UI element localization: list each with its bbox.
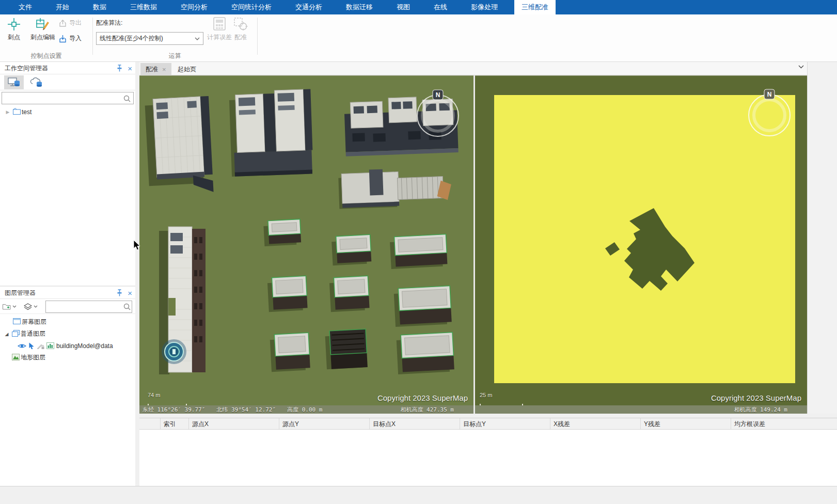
window-bottom-strip [0, 486, 837, 504]
workspace-tree-item-test[interactable]: ▶ test [0, 106, 135, 118]
layer-item-label: buildingModel@data [56, 342, 113, 350]
column-header-source-x[interactable]: 源点X [189, 418, 279, 429]
workspace-icon [11, 108, 22, 116]
layer-item-screen[interactable]: 屏幕图层 [0, 316, 135, 328]
cloud-database-icon [30, 77, 43, 87]
chevron-down-icon [12, 305, 17, 308]
compass-north-label: N [767, 91, 772, 98]
column-header-source-y[interactable]: 源点Y [279, 418, 370, 429]
menu-tab-data[interactable]: 数据 [86, 0, 114, 14]
scene-view-source[interactable]: N 74 m Copyright 2023 SuperMap 东经 116°26… [139, 75, 473, 414]
statistics-chart-icon[interactable] [46, 342, 54, 349]
local-workspace-tab[interactable] [4, 75, 24, 89]
workspace-tree-item-label: test [22, 108, 31, 116]
menu-tab-3d-data[interactable]: 三维数据 [123, 0, 164, 14]
control-point-marker [162, 339, 186, 364]
column-header-target-y[interactable]: 目标点Y [460, 418, 550, 429]
longitude-readout: 东经 116°26′ 39.77″ [143, 406, 205, 414]
menu-tab-spatial-analysis[interactable]: 空间分析 [173, 0, 215, 14]
menu-tab-file[interactable]: 文件 [11, 0, 39, 14]
table-corner-cell [139, 418, 161, 429]
sidebar-splitter[interactable] [135, 62, 139, 486]
tab-list-chevron-icon[interactable] [798, 65, 804, 69]
scene-status-bar: 相机高度 149.24 m [475, 405, 807, 414]
workspace-search-row [0, 90, 135, 106]
camera-height-readout: 相机高度 149.24 m [734, 406, 787, 414]
menu-tab-3d-registration[interactable]: 三维配准 [514, 0, 556, 14]
menu-tab-view[interactable]: 视图 [389, 0, 417, 14]
tab-label: 起始页 [178, 65, 196, 74]
add-layer-button[interactable] [24, 301, 38, 312]
scene-buildings-canvas: N [139, 76, 473, 406]
column-header-index[interactable]: 索引 [161, 418, 189, 429]
column-header-x-residual[interactable]: X残差 [550, 418, 641, 429]
menu-tab-data-migration[interactable]: 数据迁移 [339, 0, 380, 14]
workspace-search-input[interactable] [2, 92, 134, 104]
desktop-database-icon [8, 77, 20, 87]
layer-item-label: 屏幕图层 [22, 318, 46, 326]
layer-item-normal-group[interactable]: ◢ 普通图层 [0, 328, 135, 340]
search-icon [123, 303, 131, 310]
add-layer-group-button[interactable] [3, 301, 17, 312]
tab-registration[interactable]: 配准 × [140, 63, 171, 75]
workspace-panel-header: 工作空间管理器 × [0, 62, 135, 74]
table-header-row: 索引 源点X 源点Y 目标点X 目标点Y X残差 Y残差 均方根误差 [139, 418, 837, 430]
import-button[interactable]: 导入 [59, 34, 82, 43]
selectable-cursor-icon[interactable] [28, 342, 35, 350]
pin-point-crosshair-icon [7, 18, 21, 31]
map-document-area: 配准 × 起始页 [139, 62, 837, 414]
algorithm-label: 配准算法: [96, 19, 122, 27]
menu-tab-home[interactable]: 开始 [49, 0, 76, 14]
terrain-layer-icon [10, 354, 21, 362]
sidebar: 工作空间管理器 × [0, 62, 135, 486]
layer-item-label: 普通图层 [21, 329, 45, 338]
menu-bar: 文件 开始 数据 三维数据 空间分析 空间统计分析 交通分析 数据迁移 视图 在… [0, 0, 837, 14]
close-icon[interactable]: × [128, 289, 132, 297]
group-label-control-points: 控制点设置 [0, 52, 92, 60]
algorithm-value: 线性配准(至少4个控制) [100, 34, 163, 43]
new-folder-icon [3, 303, 11, 310]
pin-icon[interactable] [117, 65, 122, 72]
screen-layer-icon [11, 318, 22, 326]
column-header-rms-error[interactable]: 均方根误差 [731, 418, 837, 429]
algorithm-select[interactable]: 线性配准(至少4个控制) [96, 32, 203, 45]
compass-north-label: N [436, 91, 440, 99]
visibility-eye-icon[interactable] [18, 343, 26, 349]
layer-item-terrain[interactable]: 地形图层 [0, 352, 135, 364]
scale-label: 74 m [148, 392, 160, 398]
online-workspace-tab[interactable] [27, 75, 46, 89]
column-header-y-residual[interactable]: Y残差 [641, 418, 731, 429]
document-area-margin [807, 62, 837, 414]
menu-tab-traffic-analysis[interactable]: 交通分析 [288, 0, 329, 14]
layer-search-input[interactable] [45, 301, 132, 313]
layer-item-building-model[interactable]: buildingModel@data [0, 340, 135, 352]
table-body-empty[interactable] [139, 430, 837, 486]
ribbon-toolbar: 刺点 刺点编辑 导出 导入 配准算法: 线性配准(至少4个控制) [0, 14, 837, 62]
pin-icon[interactable] [117, 289, 122, 296]
pin-point-edit-button[interactable]: 刺点编辑 [27, 18, 59, 42]
scene-view-target[interactable]: N 25 m Copyright 2023 SuperMap 相机高度 149.… [475, 75, 807, 414]
latitude-readout: 北纬 39°54′ 12.72″ [216, 406, 276, 414]
ribbon-group-separator [257, 18, 258, 55]
workspace-panel-title: 工作空间管理器 [5, 65, 48, 72]
calculator-icon [212, 17, 227, 31]
layer-toolbar [0, 299, 135, 314]
close-icon[interactable]: × [128, 65, 132, 72]
supermap-window: 文件 开始 数据 三维数据 空间分析 空间统计分析 交通分析 数据迁移 视图 在… [0, 0, 837, 504]
register-icon [233, 17, 248, 31]
table-splitter[interactable] [139, 414, 837, 418]
pin-point-button[interactable]: 刺点 [3, 18, 25, 42]
menu-tab-image-processing[interactable]: 影像处理 [464, 0, 505, 14]
editable-lock-icon[interactable] [37, 342, 44, 350]
register-button[interactable]: 配准 [229, 17, 252, 42]
export-button[interactable]: 导出 [59, 19, 82, 27]
menu-tab-spatial-statistics[interactable]: 空间统计分析 [224, 0, 279, 14]
layer-item-label: 地形图层 [21, 353, 45, 362]
menu-tab-online[interactable]: 在线 [427, 0, 454, 14]
column-header-target-x[interactable]: 目标点X [370, 418, 460, 429]
tab-start-page[interactable]: 起始页 [172, 63, 201, 75]
tree-expanded-arrow-icon[interactable]: ◢ [3, 332, 10, 337]
tab-close-icon[interactable]: × [162, 66, 166, 73]
camera-height-readout: 相机高度 427.35 m [400, 406, 454, 414]
tree-collapsed-arrow-icon[interactable]: ▶ [4, 109, 11, 115]
